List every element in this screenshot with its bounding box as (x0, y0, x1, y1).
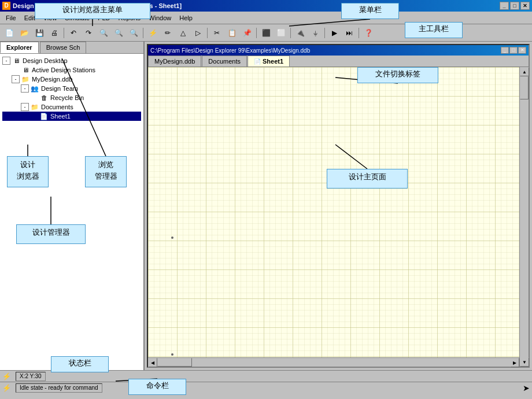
content-area: ◀ ▶ ▲ ▼ (148, 67, 529, 367)
menu-item-pld[interactable]: PLD (94, 13, 113, 23)
label-stations: Active Design Stations (32, 66, 95, 73)
horizontal-scrollbar[interactable]: ◀ ▶ (148, 357, 519, 367)
scroll-h-track[interactable] (157, 358, 510, 367)
left-panel: Explorer Browse Sch - 🖥 Design Desktop +… (0, 42, 145, 370)
expand-design-team[interactable]: - (21, 84, 29, 93)
icon-recycle-bin: 🗑 (39, 94, 49, 102)
tree-item-sheet1[interactable]: + 📄 Sheet1 (2, 112, 141, 121)
file-tab-sheet1-label: Sheet1 (263, 58, 283, 65)
title-bar-left: D Design Explorer - [MyDesign.ddb - Docu… (2, 2, 182, 10)
tab-explorer[interactable]: Explorer (0, 42, 39, 53)
toolbar-wire[interactable]: ⬛ (259, 27, 273, 39)
sep1 (64, 28, 64, 38)
toolbar-run2[interactable]: ▶ (327, 27, 341, 39)
main-content: Explorer Browse Sch - 🖥 Design Desktop +… (0, 42, 532, 370)
file-tab-documents[interactable]: Documents (202, 56, 247, 66)
tab-browse-sch[interactable]: Browse Sch (40, 42, 87, 53)
toolbar-shape2[interactable]: ▷ (191, 27, 205, 39)
svg-point-2 (171, 237, 173, 239)
toolbar-zoom-fit[interactable]: 🔍 (127, 27, 141, 39)
menu-item-simulate[interactable]: Simulate (61, 13, 93, 23)
toolbar-paste[interactable]: 📌 (240, 27, 254, 39)
tree-item-design-team[interactable]: - 👥 Design Team (2, 84, 141, 93)
vertical-scrollbar[interactable]: ▲ ▼ (519, 67, 529, 367)
tree-item-design-desktop[interactable]: - 🖥 Design Desktop (2, 56, 141, 65)
label-design-team: Design Team (41, 85, 78, 92)
scroll-v-thumb[interactable] (520, 76, 529, 99)
grid-svg (148, 67, 519, 357)
menu-item-window[interactable]: Window (145, 13, 175, 23)
toolbar-new[interactable]: 📄 (2, 27, 16, 39)
scroll-v-track[interactable] (520, 76, 529, 357)
toolbar-pencil[interactable]: ✏ (161, 27, 175, 39)
toolbar-cut[interactable]: ✂ (210, 27, 224, 39)
icon-stations: 🖥 (21, 66, 30, 74)
app-icon: D (2, 2, 10, 10)
toolbar-zoom-out[interactable]: 🔍 (112, 27, 125, 39)
svg-point-3 (171, 353, 173, 356)
tree-item-documents[interactable]: - 📁 Documents (2, 102, 141, 112)
toolbar-shape1[interactable]: △ (176, 27, 190, 39)
file-tab-mydesign[interactable]: MyDesign.ddb (148, 56, 201, 66)
scroll-left-btn[interactable]: ◀ (148, 358, 157, 367)
inner-maximize[interactable]: □ (509, 47, 518, 54)
right-panel: C:\Program Files\Design Explorer 99\Exam… (145, 42, 532, 370)
label-recycle-bin: Recycle Bin (50, 94, 84, 101)
icon-documents: 📁 (30, 103, 39, 111)
toolbar-net[interactable]: ⬜ (274, 27, 288, 39)
toolbar-save[interactable]: 💾 (32, 27, 46, 39)
sep2 (143, 28, 143, 38)
toolbar-redo[interactable]: ↷ (82, 27, 95, 39)
inner-window-controls: _ □ ✕ (501, 47, 526, 54)
toolbar-copy[interactable]: 📋 (225, 27, 239, 39)
inner-close[interactable]: ✕ (518, 47, 526, 54)
toolbar-open[interactable]: 📂 (17, 27, 31, 39)
command-text-section: Idle state - ready for command (16, 383, 102, 393)
sep7 (359, 28, 359, 38)
maximize-button[interactable]: □ (510, 2, 519, 10)
status-coordinates: X:2 Y:30 (16, 372, 46, 381)
menu-item-file[interactable]: File (2, 13, 20, 23)
icon-design-team: 👥 (30, 84, 39, 93)
toolbar-print[interactable]: 🖨 (47, 27, 61, 39)
toolbar-help[interactable]: ❓ (361, 27, 375, 39)
title-bar: D Design Explorer - [MyDesign.ddb - Docu… (0, 0, 532, 12)
menu-item-edit[interactable]: Edit (21, 13, 39, 23)
tree-item-recycle-bin[interactable]: + 🗑 Recycle Bin (2, 93, 141, 102)
toolbar-power[interactable]: 🔌 (293, 27, 307, 39)
toolbar-gnd[interactable]: ⏚ (308, 27, 322, 39)
menu-item-help[interactable]: Help (176, 13, 196, 23)
close-button[interactable]: ✕ (520, 2, 530, 10)
inner-window-path: C:\Program Files\Design Explorer 99\Exam… (150, 47, 310, 54)
label-mydesign: MyDesign.ddb (32, 76, 72, 83)
expand-desktop[interactable]: - (2, 57, 10, 65)
toolbar-run[interactable]: ⚡ (146, 27, 160, 39)
menu-item-reports[interactable]: Reports (115, 13, 145, 23)
expand-documents[interactable]: - (21, 103, 29, 111)
tree-view: - 🖥 Design Desktop + 🖥 Active Design Sta… (0, 54, 143, 370)
expand-mydesign[interactable]: - (12, 75, 20, 83)
toolbar-step[interactable]: ⏭ (342, 27, 356, 39)
icon-desktop: 🖥 (12, 57, 21, 65)
file-tab-sheet1[interactable]: 📄 Sheet1 (247, 56, 290, 66)
scroll-h-thumb[interactable] (157, 358, 192, 367)
sep6 (324, 28, 325, 38)
icon-mydesign: 📁 (21, 75, 30, 83)
file-tabs: MyDesign.ddb Documents 📄 Sheet1 (148, 56, 529, 67)
scroll-right-btn[interactable]: ▶ (510, 358, 519, 367)
toolbar-zoom-in[interactable]: 🔍 (97, 27, 110, 39)
tree-item-active-stations[interactable]: + 🖥 Active Design Stations (2, 65, 141, 75)
title-bar-controls: _ □ ✕ (500, 2, 530, 10)
scroll-up-btn[interactable]: ▲ (520, 67, 529, 76)
command-bar: ⚡ Idle state - ready for command ➤ (0, 382, 532, 393)
scroll-down-btn[interactable]: ▼ (520, 357, 529, 367)
menu-item-view[interactable]: View (40, 13, 61, 23)
label-sheet1: Sheet1 (50, 113, 71, 120)
icon-sheet1: 📄 (39, 112, 49, 120)
schematic-canvas[interactable] (148, 67, 519, 357)
tree-item-mydesign[interactable]: - 📁 MyDesign.ddb (2, 75, 141, 84)
file-tab-mydesign-label: MyDesign.ddb (154, 58, 195, 65)
toolbar-undo[interactable]: ↶ (66, 27, 80, 39)
minimize-button[interactable]: _ (500, 2, 509, 10)
inner-minimize[interactable]: _ (501, 47, 509, 54)
